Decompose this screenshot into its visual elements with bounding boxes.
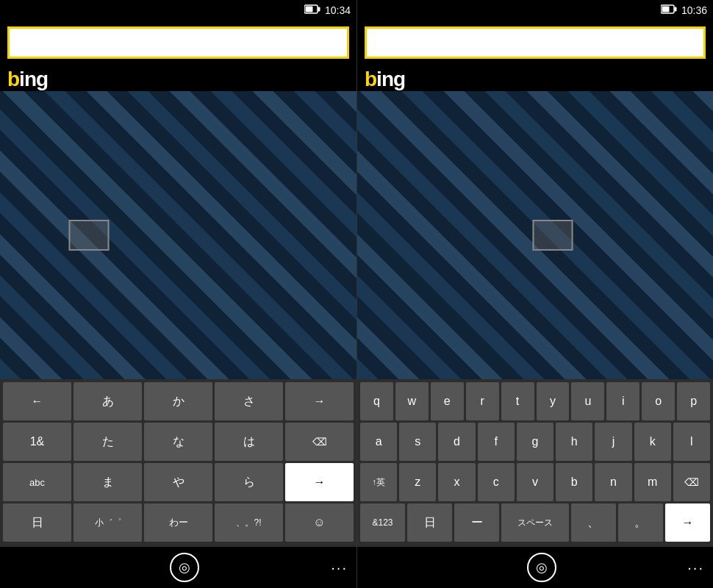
right-kb-row-2: a s d f g h j k l: [360, 423, 710, 461]
right-key-comma[interactable]: 、: [571, 503, 616, 542]
right-home-button[interactable]: ◎: [527, 553, 556, 582]
left-bing-area: bing: [0, 65, 356, 91]
right-key-u[interactable]: u: [571, 382, 604, 420]
right-kb-row-1: q w e r t y u i o p: [360, 382, 710, 420]
right-bottom-bar: ◎ ···: [357, 547, 713, 588]
right-thumbnail: [533, 220, 573, 251]
svg-rect-2: [305, 7, 312, 12]
right-key-y[interactable]: y: [537, 382, 570, 420]
right-key-shift[interactable]: ↑英: [360, 463, 397, 501]
left-key-abc[interactable]: abc: [3, 463, 71, 501]
svg-rect-1: [318, 7, 320, 12]
left-key-fwd[interactable]: →: [285, 382, 354, 420]
right-key-s[interactable]: s: [399, 423, 436, 461]
left-nav-dots[interactable]: ···: [331, 559, 348, 576]
left-kb-row-3: abc ま や ら →: [3, 463, 354, 501]
right-key-l[interactable]: l: [673, 423, 710, 461]
right-keyboard: q w e r t y u i o p a s d f g h j k l ↑英…: [357, 379, 713, 547]
right-key-w[interactable]: w: [395, 382, 429, 420]
left-status-bar: 10:34: [0, 0, 356, 21]
right-key-k[interactable]: k: [634, 423, 671, 461]
left-kb-row-2: 1& た な は ⌫: [3, 423, 354, 461]
left-bing-logo: bing: [7, 68, 349, 91]
left-thumbnail: [69, 220, 110, 251]
right-key-dash[interactable]: ー: [454, 503, 499, 542]
left-key-emoji[interactable]: ☺: [285, 503, 354, 542]
right-key-t[interactable]: t: [501, 382, 534, 420]
right-search-bar: [357, 21, 713, 65]
left-kb-row-1: ← あ か さ →: [3, 382, 354, 420]
left-bg-cubes: [0, 91, 356, 379]
left-phone-panel: 10:34 bing ← あ か さ → 1& た な は ⌫: [0, 0, 356, 588]
right-search-input[interactable]: [365, 26, 706, 59]
right-key-r[interactable]: r: [466, 382, 499, 420]
right-key-b[interactable]: b: [556, 463, 592, 501]
right-key-del[interactable]: ⌫: [673, 463, 710, 501]
right-key-p[interactable]: p: [677, 382, 710, 420]
right-key-o[interactable]: o: [642, 382, 675, 420]
right-battery-icon: [661, 4, 677, 16]
svg-rect-5: [662, 7, 669, 12]
right-kb-row-3: ↑英 z x c v b n m ⌫: [360, 463, 710, 501]
right-key-z[interactable]: z: [399, 463, 436, 501]
left-key-punct[interactable]: 、。?!: [215, 503, 283, 542]
right-phone-panel: 10:36 bing q w e r t y u i o p a: [356, 0, 713, 588]
left-key-na[interactable]: な: [144, 423, 212, 461]
right-key-g[interactable]: g: [517, 423, 553, 461]
right-key-hi[interactable]: 日: [407, 503, 452, 542]
left-search-input[interactable]: [7, 26, 349, 59]
right-kb-row-4: &123 日 ー スペース 、 。 →: [360, 503, 710, 542]
right-key-c[interactable]: c: [478, 463, 515, 501]
right-key-enter[interactable]: →: [665, 503, 710, 542]
left-key-ma[interactable]: ま: [74, 463, 142, 501]
left-key-del[interactable]: ⌫: [285, 423, 354, 461]
right-key-e[interactable]: e: [431, 382, 464, 420]
left-keyboard: ← あ か さ → 1& た な は ⌫ abc ま や ら → 日 小゛゜ わ…: [0, 379, 356, 547]
left-key-ka[interactable]: か: [144, 382, 212, 420]
svg-rect-4: [674, 7, 676, 12]
right-key-h[interactable]: h: [556, 423, 592, 461]
left-key-back[interactable]: ←: [3, 382, 71, 420]
left-key-ra[interactable]: ら: [215, 463, 283, 501]
right-key-space[interactable]: スペース: [501, 503, 569, 542]
right-bing-area: bing: [357, 65, 713, 91]
right-key-sym[interactable]: &123: [360, 503, 405, 542]
left-key-ya[interactable]: や: [144, 463, 212, 501]
left-battery-icon: [304, 4, 320, 16]
left-key-a[interactable]: あ: [74, 382, 142, 420]
left-bottom-bar: ◎ ···: [0, 547, 356, 588]
right-bing-logo: bing: [365, 68, 706, 91]
left-key-hi[interactable]: 日: [3, 503, 71, 542]
right-key-f[interactable]: f: [478, 423, 515, 461]
right-key-i[interactable]: i: [606, 382, 639, 420]
left-key-enter[interactable]: →: [285, 463, 354, 501]
right-time: 10:36: [681, 4, 707, 16]
left-key-ta[interactable]: た: [74, 423, 142, 461]
left-key-1amp[interactable]: 1&: [3, 423, 71, 461]
right-nav-dots[interactable]: ···: [687, 559, 704, 576]
left-key-wa[interactable]: わー: [144, 503, 212, 542]
left-key-sa[interactable]: さ: [215, 382, 283, 420]
right-key-q[interactable]: q: [360, 382, 393, 420]
left-home-button[interactable]: ◎: [170, 553, 199, 582]
right-status-bar: 10:36: [357, 0, 713, 21]
right-key-m[interactable]: m: [634, 463, 671, 501]
left-kb-row-4: 日 小゛゜ わー 、。?! ☺: [3, 503, 354, 542]
right-bg-area: [357, 91, 713, 379]
left-bg-area: [0, 91, 356, 379]
left-time: 10:34: [325, 4, 351, 16]
left-search-bar: [0, 21, 356, 65]
right-key-v[interactable]: v: [517, 463, 553, 501]
left-key-ha[interactable]: は: [215, 423, 283, 461]
right-key-n[interactable]: n: [595, 463, 631, 501]
right-key-d[interactable]: d: [438, 423, 475, 461]
right-key-period[interactable]: 。: [618, 503, 663, 542]
right-key-j[interactable]: j: [595, 423, 631, 461]
right-key-a[interactable]: a: [360, 423, 397, 461]
left-key-small[interactable]: 小゛゜: [74, 503, 142, 542]
right-key-x[interactable]: x: [438, 463, 475, 501]
